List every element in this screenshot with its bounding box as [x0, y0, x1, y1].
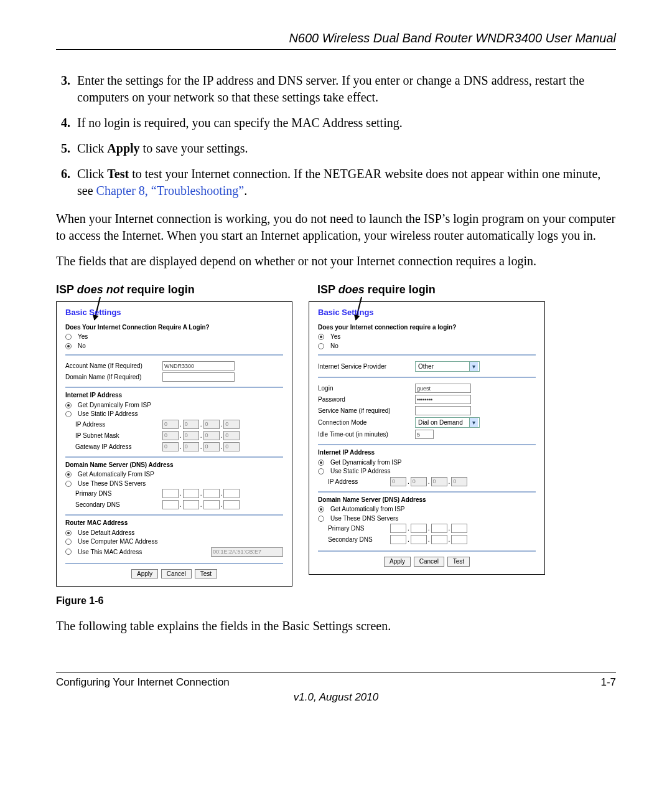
panel-title: Basic Settings	[65, 308, 283, 318]
login-label: Login	[318, 385, 411, 392]
internet-ip-heading: Internet IP Address	[65, 392, 283, 399]
apply-button[interactable]: Apply	[384, 557, 411, 567]
gateway-label: Gateway IP Address	[65, 443, 159, 451]
right-caption: ISP does require login	[317, 283, 554, 296]
cancel-button[interactable]: Cancel	[414, 557, 444, 567]
radio-ip-dynamic[interactable]	[318, 460, 324, 466]
password-input[interactable]	[415, 395, 471, 404]
radio-dns-auto[interactable]	[318, 506, 324, 512]
idle-timeout-input[interactable]	[415, 430, 434, 439]
left-caption: ISP does not require login	[56, 283, 292, 296]
radio-mac-default[interactable]	[65, 530, 72, 536]
troubleshooting-link[interactable]: Chapter 8, “Troubleshooting”	[96, 184, 245, 197]
radio-yes[interactable]	[65, 334, 72, 340]
primary-dns-label: Primary DNS	[318, 525, 386, 532]
secondary-dns-input[interactable]: ...	[162, 500, 240, 509]
isp-label: Internet Service Provider	[318, 363, 411, 370]
secondary-dns-input[interactable]: ...	[390, 535, 467, 544]
domain-name-input[interactable]	[162, 372, 235, 382]
isp-select[interactable]: Other▾	[415, 361, 480, 372]
radio-ip-static[interactable]	[65, 411, 72, 417]
footer-page-number: 1-7	[600, 676, 616, 689]
apply-button[interactable]: Apply	[131, 569, 158, 579]
test-button[interactable]: Test	[195, 569, 217, 579]
step-list: Enter the settings for the IP address an…	[56, 72, 616, 199]
subnet-mask-input[interactable]: ...	[162, 431, 240, 440]
cancel-button[interactable]: Cancel	[161, 569, 192, 579]
login-question: Does your Internet connection require a …	[318, 324, 536, 331]
step-3-text: Enter the settings for the IP address an…	[77, 73, 584, 104]
figure-label: Figure 1-6	[56, 595, 616, 606]
step-3: Enter the settings for the IP address an…	[73, 72, 616, 106]
connection-mode-select[interactable]: Dial on Demand▾	[415, 417, 480, 428]
radio-ip-static[interactable]	[318, 468, 324, 474]
doc-header: N600 Wireless Dual Band Router WNDR3400 …	[56, 31, 616, 50]
radio-no[interactable]	[318, 343, 324, 349]
primary-dns-label: Primary DNS	[65, 490, 159, 498]
account-name-input[interactable]	[162, 361, 235, 370]
login-question: Does Your Internet Connection Require A …	[65, 324, 283, 331]
chevron-down-icon: ▾	[469, 418, 478, 427]
footer-section: Configuring Your Internet Connection	[56, 676, 230, 689]
subnet-mask-label: IP Subnet Mask	[65, 432, 159, 440]
service-name-label: Service Name (if required)	[318, 407, 411, 415]
account-name-label: Account Name (If Required)	[65, 362, 159, 370]
radio-dns-use[interactable]	[65, 481, 72, 487]
step-5-bold: Apply	[107, 141, 139, 155]
service-name-input[interactable]	[415, 406, 471, 415]
secondary-dns-label: Secondary DNS	[318, 536, 386, 544]
gateway-input[interactable]: ...	[162, 442, 240, 451]
step-6-pre: Click	[77, 167, 107, 181]
panel-title: Basic Settings	[318, 308, 536, 318]
after-figure-paragraph: The following table explains the fields …	[56, 618, 616, 635]
ip-address-input[interactable]: ...	[162, 420, 240, 429]
radio-no[interactable]	[65, 343, 72, 349]
dns-heading: Domain Name Server (DNS) Address	[65, 461, 283, 469]
domain-name-label: Domain Name (If Required)	[65, 374, 159, 381]
step-4: If no login is required, you can specify…	[73, 115, 616, 131]
primary-dns-input[interactable]: ...	[390, 524, 467, 533]
ip-address-label: IP Address	[65, 421, 159, 428]
page-footer: Configuring Your Internet Connection 1-7	[56, 672, 616, 689]
radio-mac-this[interactable]	[65, 549, 72, 555]
idle-timeout-label: Idle Time-out (in minutes)	[318, 431, 411, 438]
paragraph-1: When your Internet connection is working…	[56, 210, 616, 244]
step-6: Click Test to test your Internet connect…	[73, 166, 616, 199]
login-input[interactable]	[415, 384, 471, 393]
step-4-text: If no login is required, you can specify…	[77, 116, 403, 130]
mac-input[interactable]	[211, 547, 283, 557]
step-5: Click Apply to save your settings.	[73, 140, 616, 157]
radio-yes[interactable]	[318, 334, 324, 340]
step-6-bold: Test	[107, 167, 129, 181]
secondary-dns-label: Secondary DNS	[65, 501, 159, 509]
mac-heading: Router MAC Address	[65, 519, 283, 527]
test-button[interactable]: Test	[447, 557, 470, 567]
step-6-post: .	[244, 184, 247, 197]
radio-dns-auto[interactable]	[65, 471, 72, 478]
paragraph-2: The fields that are displayed depend on …	[56, 253, 616, 270]
connection-mode-label: Connection Mode	[318, 419, 411, 427]
primary-dns-input[interactable]: ...	[162, 489, 240, 498]
ip-address-input[interactable]: ...	[390, 477, 467, 486]
password-label: Password	[318, 396, 411, 404]
ip-address-label: IP Address	[318, 478, 386, 486]
internet-ip-heading: Internet IP Address	[318, 449, 536, 456]
radio-dns-use[interactable]	[318, 516, 324, 522]
radio-mac-computer[interactable]	[65, 539, 72, 545]
dns-heading: Domain Name Server (DNS) Address	[318, 496, 536, 504]
basic-settings-no-login-panel: Basic Settings Does Your Internet Connec…	[56, 301, 292, 587]
step-5-pre: Click	[77, 141, 107, 155]
basic-settings-login-panel: Basic Settings Does your Internet connec…	[309, 301, 545, 575]
chevron-down-icon: ▾	[469, 362, 478, 371]
footer-version: v1.0, August 2010	[56, 691, 616, 704]
step-5-post: to save your settings.	[140, 141, 248, 155]
radio-ip-dynamic[interactable]	[65, 402, 72, 408]
